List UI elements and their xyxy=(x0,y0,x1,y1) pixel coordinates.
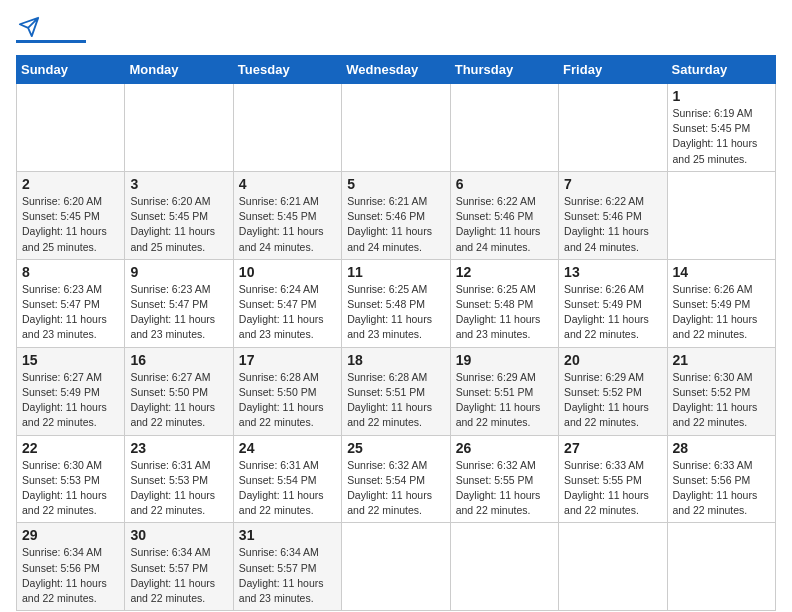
calendar-cell xyxy=(17,84,125,172)
day-number: 24 xyxy=(239,440,336,456)
day-number: 31 xyxy=(239,527,336,543)
header-sunday: Sunday xyxy=(17,56,125,84)
calendar-cell: 28Sunrise: 6:33 AMSunset: 5:56 PMDayligh… xyxy=(667,435,775,523)
day-info: Sunrise: 6:29 AMSunset: 5:52 PMDaylight:… xyxy=(564,370,661,431)
day-info: Sunrise: 6:22 AMSunset: 5:46 PMDaylight:… xyxy=(564,194,661,255)
day-number: 6 xyxy=(456,176,553,192)
day-number: 12 xyxy=(456,264,553,280)
day-number: 19 xyxy=(456,352,553,368)
day-number: 11 xyxy=(347,264,444,280)
calendar-cell: 20Sunrise: 6:29 AMSunset: 5:52 PMDayligh… xyxy=(559,347,667,435)
calendar-cell xyxy=(559,523,667,611)
calendar-cell: 31Sunrise: 6:34 AMSunset: 5:57 PMDayligh… xyxy=(233,523,341,611)
calendar-cell: 12Sunrise: 6:25 AMSunset: 5:48 PMDayligh… xyxy=(450,259,558,347)
day-number: 23 xyxy=(130,440,227,456)
header-thursday: Thursday xyxy=(450,56,558,84)
calendar-cell: 29Sunrise: 6:34 AMSunset: 5:56 PMDayligh… xyxy=(17,523,125,611)
calendar-cell: 11Sunrise: 6:25 AMSunset: 5:48 PMDayligh… xyxy=(342,259,450,347)
day-info: Sunrise: 6:26 AMSunset: 5:49 PMDaylight:… xyxy=(673,282,770,343)
day-info: Sunrise: 6:32 AMSunset: 5:54 PMDaylight:… xyxy=(347,458,444,519)
calendar-cell: 23Sunrise: 6:31 AMSunset: 5:53 PMDayligh… xyxy=(125,435,233,523)
calendar-week-0: 1Sunrise: 6:19 AMSunset: 5:45 PMDaylight… xyxy=(17,84,776,172)
day-number: 5 xyxy=(347,176,444,192)
day-info: Sunrise: 6:25 AMSunset: 5:48 PMDaylight:… xyxy=(456,282,553,343)
calendar-cell: 17Sunrise: 6:28 AMSunset: 5:50 PMDayligh… xyxy=(233,347,341,435)
calendar-cell: 1Sunrise: 6:19 AMSunset: 5:45 PMDaylight… xyxy=(667,84,775,172)
calendar-cell: 6Sunrise: 6:22 AMSunset: 5:46 PMDaylight… xyxy=(450,171,558,259)
day-number: 13 xyxy=(564,264,661,280)
day-info: Sunrise: 6:22 AMSunset: 5:46 PMDaylight:… xyxy=(456,194,553,255)
day-info: Sunrise: 6:21 AMSunset: 5:46 PMDaylight:… xyxy=(347,194,444,255)
calendar-cell: 25Sunrise: 6:32 AMSunset: 5:54 PMDayligh… xyxy=(342,435,450,523)
calendar-cell: 26Sunrise: 6:32 AMSunset: 5:55 PMDayligh… xyxy=(450,435,558,523)
calendar-cell: 21Sunrise: 6:30 AMSunset: 5:52 PMDayligh… xyxy=(667,347,775,435)
calendar-cell xyxy=(450,84,558,172)
day-number: 20 xyxy=(564,352,661,368)
day-number: 21 xyxy=(673,352,770,368)
day-number: 2 xyxy=(22,176,119,192)
day-info: Sunrise: 6:33 AMSunset: 5:56 PMDaylight:… xyxy=(673,458,770,519)
calendar-cell: 14Sunrise: 6:26 AMSunset: 5:49 PMDayligh… xyxy=(667,259,775,347)
calendar-week-2: 8Sunrise: 6:23 AMSunset: 5:47 PMDaylight… xyxy=(17,259,776,347)
day-info: Sunrise: 6:34 AMSunset: 5:57 PMDaylight:… xyxy=(239,545,336,606)
calendar-cell: 27Sunrise: 6:33 AMSunset: 5:55 PMDayligh… xyxy=(559,435,667,523)
day-info: Sunrise: 6:20 AMSunset: 5:45 PMDaylight:… xyxy=(130,194,227,255)
day-info: Sunrise: 6:25 AMSunset: 5:48 PMDaylight:… xyxy=(347,282,444,343)
day-info: Sunrise: 6:20 AMSunset: 5:45 PMDaylight:… xyxy=(22,194,119,255)
day-info: Sunrise: 6:30 AMSunset: 5:52 PMDaylight:… xyxy=(673,370,770,431)
day-info: Sunrise: 6:23 AMSunset: 5:47 PMDaylight:… xyxy=(22,282,119,343)
calendar-cell: 16Sunrise: 6:27 AMSunset: 5:50 PMDayligh… xyxy=(125,347,233,435)
calendar-cell: 19Sunrise: 6:29 AMSunset: 5:51 PMDayligh… xyxy=(450,347,558,435)
day-number: 29 xyxy=(22,527,119,543)
day-info: Sunrise: 6:34 AMSunset: 5:56 PMDaylight:… xyxy=(22,545,119,606)
calendar-cell xyxy=(342,523,450,611)
header-wednesday: Wednesday xyxy=(342,56,450,84)
calendar-week-1: 2Sunrise: 6:20 AMSunset: 5:45 PMDaylight… xyxy=(17,171,776,259)
day-info: Sunrise: 6:30 AMSunset: 5:53 PMDaylight:… xyxy=(22,458,119,519)
calendar-cell: 30Sunrise: 6:34 AMSunset: 5:57 PMDayligh… xyxy=(125,523,233,611)
calendar-cell: 3Sunrise: 6:20 AMSunset: 5:45 PMDaylight… xyxy=(125,171,233,259)
day-info: Sunrise: 6:27 AMSunset: 5:49 PMDaylight:… xyxy=(22,370,119,431)
day-number: 3 xyxy=(130,176,227,192)
calendar-cell: 8Sunrise: 6:23 AMSunset: 5:47 PMDaylight… xyxy=(17,259,125,347)
day-number: 26 xyxy=(456,440,553,456)
day-number: 8 xyxy=(22,264,119,280)
day-info: Sunrise: 6:24 AMSunset: 5:47 PMDaylight:… xyxy=(239,282,336,343)
logo xyxy=(16,16,86,43)
day-info: Sunrise: 6:34 AMSunset: 5:57 PMDaylight:… xyxy=(130,545,227,606)
calendar-cell xyxy=(667,171,775,259)
day-number: 16 xyxy=(130,352,227,368)
calendar-cell xyxy=(450,523,558,611)
day-number: 7 xyxy=(564,176,661,192)
day-info: Sunrise: 6:27 AMSunset: 5:50 PMDaylight:… xyxy=(130,370,227,431)
logo-bird-icon xyxy=(18,16,40,38)
day-info: Sunrise: 6:19 AMSunset: 5:45 PMDaylight:… xyxy=(673,106,770,167)
calendar-cell xyxy=(667,523,775,611)
day-number: 28 xyxy=(673,440,770,456)
calendar-cell xyxy=(125,84,233,172)
day-number: 18 xyxy=(347,352,444,368)
day-number: 1 xyxy=(673,88,770,104)
day-info: Sunrise: 6:31 AMSunset: 5:54 PMDaylight:… xyxy=(239,458,336,519)
header-friday: Friday xyxy=(559,56,667,84)
calendar-cell: 22Sunrise: 6:30 AMSunset: 5:53 PMDayligh… xyxy=(17,435,125,523)
day-info: Sunrise: 6:33 AMSunset: 5:55 PMDaylight:… xyxy=(564,458,661,519)
logo-divider xyxy=(16,40,86,43)
day-number: 25 xyxy=(347,440,444,456)
header-monday: Monday xyxy=(125,56,233,84)
calendar-cell: 9Sunrise: 6:23 AMSunset: 5:47 PMDaylight… xyxy=(125,259,233,347)
day-number: 10 xyxy=(239,264,336,280)
day-info: Sunrise: 6:23 AMSunset: 5:47 PMDaylight:… xyxy=(130,282,227,343)
calendar-week-5: 29Sunrise: 6:34 AMSunset: 5:56 PMDayligh… xyxy=(17,523,776,611)
calendar-cell: 5Sunrise: 6:21 AMSunset: 5:46 PMDaylight… xyxy=(342,171,450,259)
calendar-week-3: 15Sunrise: 6:27 AMSunset: 5:49 PMDayligh… xyxy=(17,347,776,435)
calendar-cell: 7Sunrise: 6:22 AMSunset: 5:46 PMDaylight… xyxy=(559,171,667,259)
header-saturday: Saturday xyxy=(667,56,775,84)
day-number: 22 xyxy=(22,440,119,456)
day-info: Sunrise: 6:29 AMSunset: 5:51 PMDaylight:… xyxy=(456,370,553,431)
page-header xyxy=(16,16,776,43)
header-tuesday: Tuesday xyxy=(233,56,341,84)
calendar-table: SundayMondayTuesdayWednesdayThursdayFrid… xyxy=(16,55,776,611)
day-number: 30 xyxy=(130,527,227,543)
day-info: Sunrise: 6:28 AMSunset: 5:51 PMDaylight:… xyxy=(347,370,444,431)
